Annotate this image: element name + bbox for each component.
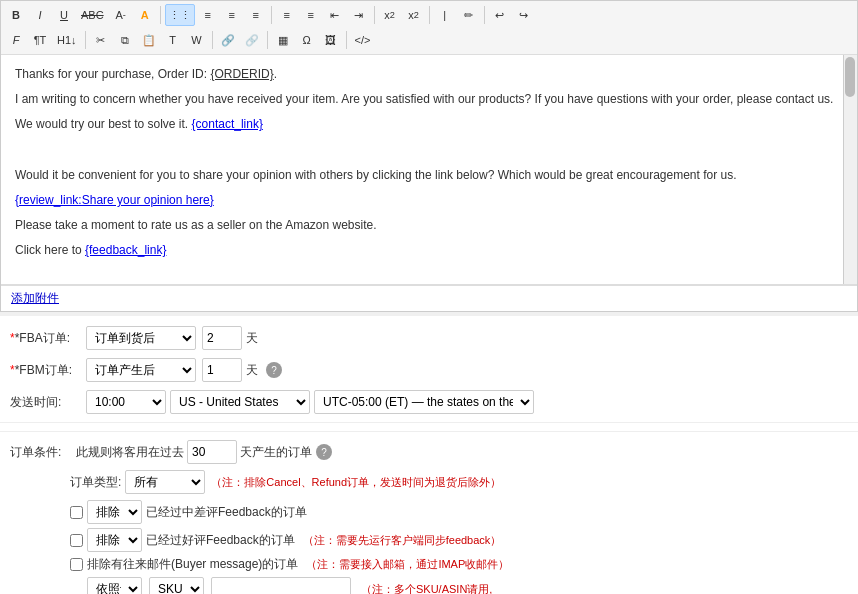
order-type-select[interactable]: 所有 (125, 470, 205, 494)
exclude-buyer-message-note: （注：需要接入邮箱，通过IMAP收邮件） (306, 557, 509, 572)
send-time-time-select[interactable]: 10:00 (86, 390, 166, 414)
send-time-timezone-select[interactable]: UTC-05:00 (ET) — the states on the Atla (314, 390, 534, 414)
strikethrough-button[interactable]: ABC (77, 4, 108, 26)
font-decrease-button[interactable]: A- (110, 4, 132, 26)
email-editor: B I U ABC A- A ⋮⋮ ≡ ≡ ≡ ≡ ≡ ⇤ ⇥ x2 x2 | … (0, 0, 858, 312)
exclude-feedback-checkbox[interactable] (70, 506, 83, 519)
send-time-label: 发送时间: (10, 394, 80, 411)
underline-button[interactable]: U (53, 4, 75, 26)
past-days-suffix: 天产生的订单 (240, 444, 312, 461)
image-button[interactable]: 🖼 (320, 29, 342, 51)
exclude-buyer-message-row: 排除有往来邮件(Buyer message)的订单 （注：需要接入邮箱，通过IM… (0, 556, 858, 573)
special2-button[interactable]: ✏ (458, 4, 480, 26)
sku-input[interactable] (211, 577, 351, 594)
order-conditions-section: 订单条件: 此规则将客用在过去 天产生的订单 ? 订单类型: 所有 （注：排除C… (0, 431, 858, 594)
special1-button[interactable]: | (434, 4, 456, 26)
paste-word-button[interactable]: W (186, 29, 208, 51)
paste-text-button[interactable]: T (162, 29, 184, 51)
superscript-button[interactable]: x2 (403, 4, 425, 26)
editor-line-3: We would try our best to solve it. {cont… (15, 115, 843, 134)
sku-type-select[interactable]: SKU (149, 577, 204, 594)
italic-button[interactable]: I (29, 4, 51, 26)
editor-line-5: {review_link:Share your opinion here} (15, 191, 843, 210)
separator-5 (484, 6, 485, 24)
font-family-button[interactable]: F (5, 29, 27, 51)
order-id-tag: {ORDERID} (210, 67, 273, 81)
list-bullet-button[interactable]: ≡ (276, 4, 298, 26)
editor-line-4: Would it be convenient for you to share … (15, 166, 843, 185)
sku-note: （注：多个SKU/ASIN请用, (361, 582, 492, 595)
editor-blank-1 (15, 141, 843, 160)
copy-button[interactable]: ⧉ (114, 29, 136, 51)
bold-button[interactable]: B (5, 4, 27, 26)
font-size-button[interactable]: ¶T (29, 29, 51, 51)
exclude-good-feedback-checkbox[interactable] (70, 534, 83, 547)
separator-2 (271, 6, 272, 24)
redo-button[interactable]: ↪ (513, 4, 535, 26)
fba-label: **FBA订单: (10, 330, 80, 347)
toolbar: B I U ABC A- A ⋮⋮ ≡ ≡ ≡ ≡ ≡ ⇤ ⇥ x2 x2 | … (1, 1, 857, 55)
order-type-label: 订单类型: (70, 474, 121, 491)
separator-3 (374, 6, 375, 24)
unlink-button[interactable]: 🔗 (241, 29, 263, 51)
subscript-button[interactable]: x2 (379, 4, 401, 26)
align-left-button[interactable]: ⋮⋮ (165, 4, 195, 26)
order-conditions-title: 订单条件: (10, 444, 70, 461)
editor-line-2: I am writing to concern whether you have… (15, 90, 843, 109)
source-button[interactable]: </> (351, 29, 375, 51)
exclude-good-feedback-row: 排除 已经过好评Feedback的订单 （注：需要先运行客户端同步feedbac… (0, 528, 858, 552)
separator-1 (160, 6, 161, 24)
list-number-button[interactable]: ≡ (300, 4, 322, 26)
table-button[interactable]: ▦ (272, 29, 294, 51)
form-section: **FBA订单: 订单到货后 天 **FBM订单: 订单产生后 天 ? 发送时间… (0, 316, 858, 594)
exclude-feedback-label: 已经过中差评Feedback的订单 (146, 504, 307, 521)
align-justify-button[interactable]: ≡ (245, 4, 267, 26)
scrollbar[interactable] (843, 55, 857, 284)
fba-days-input[interactable] (202, 326, 242, 350)
align-right-button[interactable]: ≡ (221, 4, 243, 26)
link-button[interactable]: 🔗 (217, 29, 239, 51)
exclude-buyer-message-label: 排除有往来邮件(Buyer message)的订单 (87, 556, 298, 573)
exclude-buyer-message-checkbox[interactable] (70, 558, 83, 571)
editor-line-6: Please take a moment to rate us as a sel… (15, 216, 843, 235)
separator-6 (85, 31, 86, 49)
past-days-help-icon[interactable]: ? (316, 444, 332, 460)
order-type-note: （注：排除Cancel、Refund订单，发送时间为退货后除外） (211, 475, 501, 490)
editor-line-7: Click here to {feedback_link} (15, 241, 843, 260)
paste-button[interactable]: 📋 (138, 29, 160, 51)
undo-button[interactable]: ↩ (489, 4, 511, 26)
email-editor-body[interactable]: Thanks for your purchase, Order ID: {ORD… (1, 55, 857, 285)
order-cond-header-row: 订单条件: 此规则将客用在过去 天产生的订单 ? (0, 440, 858, 464)
exclude-feedback-action[interactable]: 排除 (87, 500, 142, 524)
fba-trigger-select[interactable]: 订单到货后 (86, 326, 196, 350)
fbm-label: **FBM订单: (10, 362, 80, 379)
sku-row: 依照订单 SKU （注：多个SKU/ASIN请用, (0, 577, 858, 594)
cut-button[interactable]: ✂ (90, 29, 112, 51)
exclude-good-feedback-action[interactable]: 排除 (87, 528, 142, 552)
send-time-region-select[interactable]: US - United States (170, 390, 310, 414)
past-days-input[interactable] (187, 440, 237, 464)
past-days-prefix: 此规则将客用在过去 (76, 444, 184, 461)
send-time-row: 发送时间: 10:00 US - United States UTC-05:00… (0, 390, 858, 414)
scrollbar-thumb (845, 57, 855, 97)
fbm-help-icon[interactable]: ? (266, 362, 282, 378)
fbm-days-label: 天 (246, 362, 258, 379)
editor-blank-2 (15, 267, 843, 286)
add-attachment-link[interactable]: 添加附件 (11, 291, 59, 305)
align-center-button[interactable]: ≡ (197, 4, 219, 26)
fbm-row: **FBM订单: 订单产生后 天 ? (0, 358, 858, 382)
fbm-days-input[interactable] (202, 358, 242, 382)
special-char-button[interactable]: Ω (296, 29, 318, 51)
fbm-trigger-select[interactable]: 订单产生后 (86, 358, 196, 382)
heading-button[interactable]: H1↓ (53, 29, 81, 51)
indent-increase-button[interactable]: ⇥ (348, 4, 370, 26)
fba-row: **FBA订单: 订单到货后 天 (0, 326, 858, 350)
feedback-link-tag: {feedback_link} (85, 243, 166, 257)
font-color-button[interactable]: A (134, 4, 156, 26)
toolbar-row-1: B I U ABC A- A ⋮⋮ ≡ ≡ ≡ ≡ ≡ ⇤ ⇥ x2 x2 | … (5, 3, 853, 27)
separator-7 (212, 31, 213, 49)
exclude-feedback-row: 排除 已经过中差评Feedback的订单 (0, 500, 858, 524)
sku-action-select[interactable]: 依照订单 (87, 577, 142, 594)
indent-decrease-button[interactable]: ⇤ (324, 4, 346, 26)
fba-days-label: 天 (246, 330, 258, 347)
